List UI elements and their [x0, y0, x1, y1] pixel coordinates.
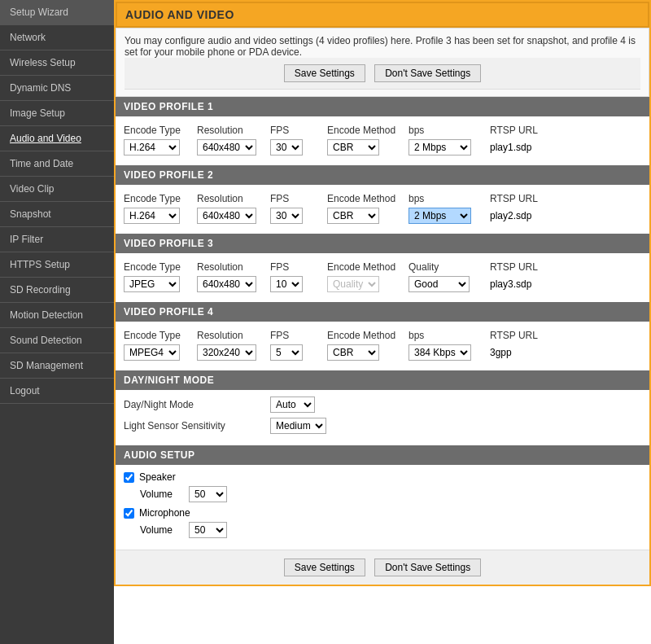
profile-4-bps[interactable]: 2 Mbps1 Mbps512 Kbps384 Kbps — [409, 344, 471, 361]
profile-4-rtsp-url: 3gpp — [490, 347, 571, 358]
daynight-mode-label: Day/Night Mode — [124, 399, 270, 410]
page-header: AUDIO AND VIDEO — [116, 2, 649, 28]
profile-3-rtsp-url: play3.sdp — [490, 278, 571, 290]
profile-1-bps[interactable]: 2 Mbps1 Mbps512 Kbps384 Kbps — [409, 139, 471, 156]
sidebar-item-sd-recording[interactable]: SD Recording — [0, 278, 114, 303]
sidebar-item-network[interactable]: Network — [0, 25, 114, 50]
sidebar-item-sound-detection[interactable]: Sound Detection — [0, 328, 114, 353]
profile-2-header: VIDEO PROFILE 2 — [116, 165, 649, 185]
dont-save-settings-top[interactable]: Don't Save Settings — [374, 64, 481, 82]
profile-2-rtsp-url: play2.sdp — [490, 210, 571, 221]
profile-1-rtsp-url: play1.sdp — [490, 142, 571, 153]
profile-2-encode-type[interactable]: H.264JPEGMPEG4 — [124, 208, 180, 224]
profile-1-encode-method[interactable]: CBRVBRQuality — [327, 139, 379, 156]
speaker-volume-row: Volume 102030405060708090100 — [140, 486, 641, 502]
microphone-label: Microphone — [139, 507, 190, 519]
profile-3-header: VIDEO PROFILE 3 — [116, 234, 649, 253]
top-btn-row: Save Settings Don't Save Settings — [125, 58, 640, 90]
audio-section: Speaker Volume 102030405060708090100 Mic… — [116, 465, 649, 550]
sidebar-item-snapshot[interactable]: Snapshot — [0, 202, 114, 227]
profile-2-bps[interactable]: 2 Mbps1 Mbps512 Kbps384 Kbps — [409, 208, 471, 224]
sidebar-item-video-clip[interactable]: Video Clip — [0, 177, 114, 202]
profile-4-encode-type[interactable]: H.264JPEGMPEG4 — [124, 344, 180, 361]
profile-3-fps[interactable]: 3015105 — [270, 276, 303, 292]
profile-1-fps[interactable]: 3015105 — [270, 139, 303, 156]
profile-1-values: H.264JPEGMPEG4 640x480320x240160x120 301… — [124, 138, 641, 160]
save-settings-top[interactable]: Save Settings — [284, 64, 365, 82]
sidebar-item-setup-wizard[interactable]: Setup Wizard — [0, 0, 114, 25]
profile-4-header: VIDEO PROFILE 4 — [116, 302, 649, 322]
profile-3-encode-type[interactable]: H.264JPEGMPEG4 — [124, 276, 180, 292]
description: You may configure audio and video settin… — [116, 28, 649, 97]
sidebar-item-image-setup[interactable]: Image Setup — [0, 101, 114, 126]
profile-4-encode-method[interactable]: CBRVBRQuality — [327, 344, 379, 361]
profile-2-resolution[interactable]: 640x480320x240160x120 — [197, 208, 256, 224]
profile-2-labels: Encode Type Resolution FPS Encode Method… — [124, 190, 641, 206]
profile-3-values: H.264JPEGMPEG4 640x480320x240160x120 301… — [124, 274, 641, 297]
page-title: AUDIO AND VIDEO — [125, 8, 640, 21]
speaker-volume-select[interactable]: 102030405060708090100 — [189, 486, 227, 502]
microphone-volume-select[interactable]: 102030405060708090100 — [189, 522, 227, 538]
sidebar-item-https-setup[interactable]: HTTPS Setup — [0, 252, 114, 278]
microphone-volume-label: Volume — [140, 524, 189, 536]
daynight-mode-row: Day/Night Mode AutoDayNight — [124, 396, 641, 413]
daynight-title: DAY/NIGHT MODE — [124, 375, 214, 386]
profile-2-fps[interactable]: 3015105 — [270, 208, 303, 224]
dont-save-settings-bottom[interactable]: Don't Save Settings — [374, 559, 481, 576]
sidebar-item-sd-management[interactable]: SD Management — [0, 353, 114, 379]
speaker-label: Speaker — [139, 471, 176, 483]
profile-3-table: Encode Type Resolution FPS Encode Method… — [116, 253, 649, 302]
sensor-label: Light Sensor Sensitivity — [124, 420, 270, 432]
profile-3-bps[interactable]: ExcellentGoodStandardLow — [409, 276, 470, 292]
profile-2-table: Encode Type Resolution FPS Encode Method… — [116, 185, 649, 234]
daynight-mode-select[interactable]: AutoDayNight — [270, 396, 315, 413]
speaker-row: Speaker — [124, 471, 641, 483]
profile-4-values: H.264JPEGMPEG4 640x480320x240160x120 301… — [124, 343, 641, 366]
profile-1-table: Encode Type Resolution FPS Encode Method… — [116, 116, 649, 165]
sidebar-item-wireless-setup[interactable]: Wireless Setup — [0, 50, 114, 76]
profile-1-encode-type[interactable]: H.264JPEGMPEG4 — [124, 139, 180, 156]
profile-4-resolution[interactable]: 640x480320x240160x120 — [197, 344, 256, 361]
audio-title: AUDIO SETUP — [124, 449, 195, 461]
daynight-section: Day/Night Mode AutoDayNight Light Sensor… — [116, 390, 649, 445]
profile-1-header: VIDEO PROFILE 1 — [116, 97, 649, 116]
profile-1-labels: Encode Type Resolution FPS Encode Method… — [124, 121, 641, 138]
profile-3-labels: Encode Type Resolution FPS Encode Method… — [124, 258, 641, 274]
sidebar-item-time-and-date[interactable]: Time and Date — [0, 151, 114, 177]
profile-2-encode-method[interactable]: CBRVBRQuality — [327, 208, 379, 224]
sensor-select[interactable]: LowMediumHigh — [270, 418, 326, 434]
sidebar-item-ip-filter[interactable]: IP Filter — [0, 227, 114, 252]
sidebar-item-motion-detection[interactable]: Motion Detection — [0, 303, 114, 328]
daynight-header: DAY/NIGHT MODE — [116, 370, 649, 390]
speaker-checkbox[interactable] — [124, 472, 134, 483]
microphone-checkbox[interactable] — [124, 508, 134, 519]
sensor-sensitivity-row: Light Sensor Sensitivity LowMediumHigh — [124, 418, 641, 434]
bottom-btn-row: Save Settings Don't Save Settings — [116, 550, 649, 585]
profiles-container: VIDEO PROFILE 1 Encode Type Resolution F… — [116, 97, 649, 370]
profile-3-encode-method[interactable]: CBRVBRQuality — [327, 276, 379, 292]
main-content: AUDIO AND VIDEO You may configure audio … — [114, 0, 651, 644]
description-text: You may configure audio and video settin… — [125, 35, 640, 58]
profile-1-resolution[interactable]: 640x480320x240160x120 — [197, 139, 256, 156]
save-settings-bottom[interactable]: Save Settings — [284, 559, 365, 576]
sidebar: Setup WizardNetworkWireless SetupDynamic… — [0, 0, 114, 644]
profile-4-labels: Encode Type Resolution FPS Encode Method… — [124, 326, 641, 343]
profile-4-fps[interactable]: 3015105 — [270, 344, 303, 361]
microphone-row: Microphone — [124, 507, 641, 519]
microphone-volume-row: Volume 102030405060708090100 — [140, 522, 641, 538]
profile-4-table: Encode Type Resolution FPS Encode Method… — [116, 322, 649, 370]
sidebar-item-audio-and-video[interactable]: Audio and Video — [0, 126, 114, 151]
audio-header: AUDIO SETUP — [116, 445, 649, 465]
profile-3-resolution[interactable]: 640x480320x240160x120 — [197, 276, 256, 292]
profile-2-values: H.264JPEGMPEG4 640x480320x240160x120 301… — [124, 206, 641, 229]
sidebar-item-dynamic-dns[interactable]: Dynamic DNS — [0, 76, 114, 101]
sidebar-item-logout[interactable]: Logout — [0, 379, 114, 404]
speaker-volume-label: Volume — [140, 488, 189, 500]
